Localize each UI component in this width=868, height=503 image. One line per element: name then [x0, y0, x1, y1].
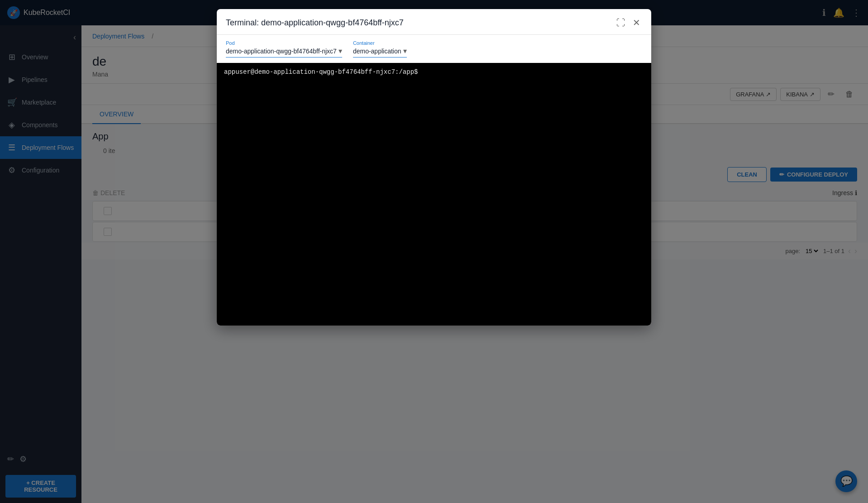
modal-overlay: Terminal: demo-application-qwgg-bf4764bf…: [0, 0, 868, 503]
terminal-body[interactable]: appuser@demo-application-qwgg-bf4764bff-…: [217, 63, 651, 326]
container-dropdown-arrow: ▾: [403, 47, 407, 55]
pod-selector-group: Pod demo-application-qwgg-bf4764bff-njxc…: [226, 40, 342, 57]
terminal-modal-header: Terminal: demo-application-qwgg-bf4764bf…: [217, 9, 651, 35]
container-selector-group: Container demo-application ▾: [353, 40, 407, 57]
terminal-selectors: Pod demo-application-qwgg-bf4764bff-njxc…: [217, 35, 651, 63]
pod-dropdown[interactable]: demo-application-qwgg-bf4764bff-njxc7 ▾: [226, 47, 342, 57]
container-value: demo-application: [353, 48, 401, 55]
pod-dropdown-arrow: ▾: [339, 47, 342, 55]
terminal-title: Terminal: demo-application-qwgg-bf4764bf…: [226, 18, 404, 28]
pod-value: demo-application-qwgg-bf4764bff-njxc7: [226, 48, 337, 55]
container-label: Container: [353, 40, 407, 46]
pod-label: Pod: [226, 40, 342, 46]
terminal-modal: Terminal: demo-application-qwgg-bf4764bf…: [217, 9, 651, 326]
terminal-header-actions: ⛶ ✕: [615, 16, 642, 29]
container-dropdown[interactable]: demo-application ▾: [353, 47, 407, 57]
terminal-prompt: appuser@demo-application-qwgg-bf4764bff-…: [224, 68, 418, 76]
terminal-close-button[interactable]: ✕: [631, 16, 642, 29]
terminal-fullscreen-button[interactable]: ⛶: [615, 17, 627, 29]
